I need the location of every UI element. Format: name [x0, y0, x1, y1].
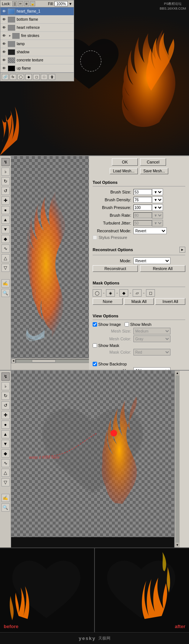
- scroll-up-2[interactable]: ▲: [176, 371, 179, 375]
- scroll-thumb-h[interactable]: [32, 360, 56, 363]
- layer-row[interactable]: 👁 heart refrence: [0, 24, 74, 32]
- show-mesh-checkbox[interactable]: [125, 322, 129, 327]
- push-right-btn-2[interactable]: ▼: [1, 440, 10, 448]
- mesh-color-select[interactable]: Gray: [133, 336, 170, 342]
- bloat-tool-btn[interactable]: ●: [1, 206, 10, 214]
- push-right-btn[interactable]: ▼: [1, 225, 10, 233]
- lock-image-btn[interactable]: ✏: [18, 1, 23, 6]
- show-image-checkbox[interactable]: [93, 322, 97, 327]
- layer-visibility-eye[interactable]: 👁: [1, 9, 7, 14]
- reconstruct-mode-opt-select[interactable]: Revert: [133, 257, 170, 264]
- horizontal-scrollbar[interactable]: ◄ ►: [11, 358, 100, 363]
- lock-all-btn[interactable]: 🔒: [30, 1, 35, 6]
- show-mask-checkbox[interactable]: [93, 343, 97, 348]
- mask-color-select[interactable]: Red: [133, 349, 170, 355]
- mask-icon-5[interactable]: ◻: [146, 289, 155, 297]
- layer-expand-arrow[interactable]: ►: [8, 34, 12, 38]
- brush-size-input[interactable]: [133, 189, 152, 195]
- brush-pressure-select[interactable]: ▼: [152, 204, 163, 211]
- thaw-mask-btn-2[interactable]: ▽: [1, 478, 10, 486]
- layer-row[interactable]: 👁 lamp: [0, 40, 74, 48]
- liquify-canvas[interactable]: ◄ ►: [11, 156, 100, 363]
- reconstruct-tool-btn[interactable]: ♭: [1, 168, 10, 176]
- twirl-cw-btn[interactable]: ↻: [1, 177, 10, 185]
- zoom-tool-btn-2[interactable]: 🔍: [1, 503, 10, 512]
- brush-rate-select[interactable]: ▼: [152, 212, 163, 219]
- twirl-cw-btn-2[interactable]: ↻: [1, 392, 10, 400]
- reconstruct-button[interactable]: Reconstruct: [93, 265, 138, 272]
- zoom-tool-btn[interactable]: 🔍: [1, 289, 10, 297]
- mirror-tool-btn[interactable]: ◆: [1, 235, 10, 243]
- layer-row[interactable]: 👁 heart_flame_1: [0, 7, 74, 16]
- warp-tool-btn-2[interactable]: ↯: [1, 372, 10, 381]
- layer-row[interactable]: 👁 concrete texture: [0, 56, 74, 64]
- layer-link-btn[interactable]: 🔗: [2, 74, 9, 80]
- mirror-tool-btn-2[interactable]: ◆: [1, 449, 10, 458]
- pucker-tool-btn-2[interactable]: ✚: [1, 411, 10, 419]
- tutorial-canvas[interactable]: warp it from here: [11, 371, 174, 537]
- layer-group-btn[interactable]: ◻: [33, 74, 40, 80]
- layer-fx-btn[interactable]: fx: [10, 74, 16, 80]
- mask-icon-2[interactable]: ◈: [106, 289, 115, 297]
- layer-mask-btn[interactable]: ◯: [17, 74, 24, 80]
- freeze-mask-btn-2[interactable]: △: [1, 469, 10, 477]
- cancel-button[interactable]: Cancel: [140, 158, 166, 166]
- layer-row[interactable]: 👁 ► fire strokes: [0, 32, 74, 40]
- freeze-mask-btn[interactable]: △: [1, 254, 10, 262]
- turbulent-jitter-input[interactable]: [133, 220, 152, 226]
- turbulence-tool-btn[interactable]: ∿: [1, 245, 10, 253]
- none-button[interactable]: None: [93, 298, 123, 305]
- fill-dropdown-arrow[interactable]: ▼: [69, 2, 72, 6]
- mask-icon-1[interactable]: ◯: [93, 289, 102, 297]
- pucker-tool-btn[interactable]: ✚: [1, 196, 10, 205]
- layer-visibility-eye[interactable]: 👁: [1, 25, 7, 30]
- load-mesh-button[interactable]: Load Mesh...: [110, 168, 138, 174]
- reconstruct-mode-select[interactable]: Revert: [133, 227, 167, 234]
- layer-visibility-eye[interactable]: 👁: [1, 66, 7, 71]
- reconstruct-options-arrow[interactable]: ►: [179, 247, 185, 253]
- restore-all-button[interactable]: Restore All: [140, 265, 185, 272]
- warp-tool-btn[interactable]: ↯: [1, 158, 10, 166]
- brush-density-input[interactable]: [133, 197, 152, 203]
- vertical-scrollbar-2[interactable]: ▲ ▼: [175, 371, 180, 547]
- fill-input[interactable]: [54, 1, 68, 6]
- layer-adjustment-btn[interactable]: ◆: [25, 74, 32, 80]
- layer-delete-btn[interactable]: 🗑: [49, 74, 55, 80]
- mask-icon-3[interactable]: ◆: [119, 289, 128, 297]
- mask-all-button[interactable]: Mask All: [124, 298, 154, 305]
- stylus-pressure-checkbox[interactable]: [93, 235, 97, 240]
- layer-row[interactable]: 👁 bottom flame: [0, 16, 74, 24]
- twirl-ccw-btn[interactable]: ↺: [1, 187, 10, 195]
- mesh-size-select[interactable]: Medium: [133, 328, 170, 334]
- layer-visibility-eye[interactable]: 👁: [1, 41, 7, 47]
- hand-tool-btn-2[interactable]: ✍: [1, 494, 10, 502]
- thaw-mask-btn[interactable]: ▽: [1, 264, 10, 272]
- ok-button[interactable]: OK: [112, 158, 138, 166]
- reconstruct-tool-btn-2[interactable]: ♭: [1, 382, 10, 390]
- brush-pressure-input[interactable]: [133, 205, 152, 210]
- layer-visibility-eye[interactable]: 👁: [1, 17, 7, 22]
- layer-visibility-eye[interactable]: 👁: [1, 58, 7, 63]
- lock-transparency-btn[interactable]: ▒: [12, 1, 17, 6]
- turbulent-jitter-select[interactable]: ▼: [152, 220, 163, 226]
- brush-density-select[interactable]: ▼: [152, 196, 163, 203]
- show-backdrop-checkbox[interactable]: [93, 362, 97, 366]
- bloat-tool-btn-2[interactable]: ●: [1, 421, 10, 429]
- layer-visibility-eye[interactable]: 👁: [1, 50, 7, 55]
- push-left-btn[interactable]: ▲: [1, 216, 10, 224]
- scroll-left-arrow[interactable]: ◄: [11, 359, 16, 363]
- scroll-down-2[interactable]: ▼: [176, 543, 179, 547]
- layer-row[interactable]: 👁 shadow: [0, 48, 74, 56]
- save-mesh-button[interactable]: Save Mesh...: [140, 168, 168, 174]
- push-left-btn-2[interactable]: ▲: [1, 430, 10, 438]
- mask-icon-4[interactable]: ▱: [133, 289, 142, 297]
- layer-new-btn[interactable]: □: [41, 74, 47, 80]
- turbulence-tool-btn-2[interactable]: ∿: [1, 459, 10, 467]
- twirl-ccw-btn-2[interactable]: ↺: [1, 401, 10, 409]
- invert-all-button[interactable]: Invert All: [155, 298, 185, 305]
- layer-visibility-eye[interactable]: 👁: [1, 33, 7, 38]
- brush-rate-input[interactable]: [133, 212, 152, 218]
- hand-tool-btn[interactable]: ✍: [1, 279, 10, 287]
- brush-size-select[interactable]: ▼: [152, 189, 163, 195]
- layer-row[interactable]: 👁 up flame: [0, 64, 74, 73]
